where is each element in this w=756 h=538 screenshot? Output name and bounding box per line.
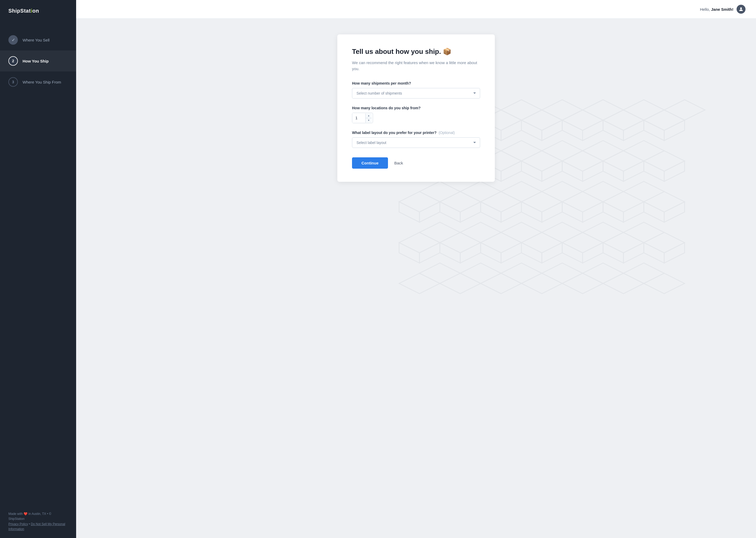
svg-marker-28 (664, 120, 685, 140)
decrement-button[interactable]: ▼ (366, 118, 372, 123)
svg-marker-51 (501, 161, 522, 182)
svg-marker-119 (583, 263, 624, 284)
svg-marker-106 (542, 243, 562, 263)
svg-marker-52 (542, 161, 562, 182)
svg-marker-112 (440, 273, 481, 294)
svg-marker-108 (624, 243, 644, 263)
sidebar-item-label-where-you-ship-from: Where You Ship From (23, 80, 61, 84)
header-user: Hello, Jane Smith! (700, 5, 745, 14)
svg-marker-57 (419, 181, 460, 202)
svg-marker-95 (644, 233, 685, 253)
svg-marker-82 (664, 202, 685, 222)
svg-marker-109 (664, 243, 685, 263)
svg-marker-91 (562, 233, 603, 253)
svg-marker-117 (542, 263, 583, 284)
svg-marker-71 (481, 202, 501, 222)
svg-marker-116 (521, 273, 562, 294)
svg-marker-48 (644, 161, 664, 182)
svg-marker-81 (624, 202, 644, 222)
svg-point-0 (740, 7, 742, 9)
svg-marker-121 (624, 263, 664, 284)
continue-button[interactable]: Continue (352, 157, 388, 169)
svg-marker-38 (583, 140, 624, 161)
privacy-policy-link[interactable]: Privacy Policy (8, 522, 28, 526)
svg-marker-104 (460, 243, 481, 263)
heart-icon: ❤️ (24, 512, 27, 516)
svg-marker-107 (583, 243, 603, 263)
svg-marker-118 (562, 273, 603, 294)
svg-marker-46 (562, 161, 583, 182)
back-button[interactable]: Back (394, 161, 403, 165)
svg-marker-97 (440, 243, 460, 263)
sidebar-footer: Made with ❤️ in Austin, TX • © ShipStati… (0, 505, 76, 538)
svg-marker-90 (542, 222, 583, 243)
svg-marker-61 (501, 181, 542, 202)
sidebar-item-where-you-sell[interactable]: Where You Sell (0, 29, 76, 50)
svg-marker-100 (562, 243, 583, 263)
svg-marker-99 (521, 243, 542, 263)
avatar[interactable] (736, 5, 745, 14)
svg-marker-73 (562, 202, 583, 222)
svg-marker-7 (521, 110, 562, 130)
label-optional: (Optional) (439, 131, 455, 135)
svg-marker-45 (521, 161, 542, 182)
sidebar-item-how-you-ship[interactable]: 2 How You Ship (0, 50, 76, 72)
svg-marker-78 (501, 202, 522, 222)
svg-marker-66 (603, 191, 644, 212)
svg-marker-60 (481, 191, 521, 212)
svg-marker-86 (460, 222, 501, 243)
svg-marker-93 (603, 233, 644, 253)
svg-marker-75 (644, 202, 664, 222)
step-circle-completed (8, 35, 18, 45)
sidebar-item-label-how-you-ship: How You Ship (23, 59, 49, 63)
svg-marker-24 (501, 120, 522, 140)
svg-marker-39 (603, 151, 644, 171)
locations-label: How many locations do you ship from? (352, 106, 480, 110)
locations-group: How many locations do you ship from? ▲ ▼ (352, 106, 480, 123)
svg-marker-88 (501, 222, 542, 243)
shipments-select[interactable]: Select number of shipments 1–50 51–100 1… (352, 88, 480, 98)
logo-text: ShipStation (8, 8, 39, 14)
svg-marker-41 (644, 151, 685, 171)
step-circle-pending: 3 (8, 77, 18, 87)
svg-marker-101 (603, 243, 624, 263)
svg-marker-35 (521, 151, 562, 171)
svg-marker-26 (583, 120, 603, 140)
locations-input-wrapper: ▲ ▼ (352, 113, 373, 123)
svg-marker-12 (624, 100, 664, 120)
svg-marker-67 (624, 181, 664, 202)
svg-marker-76 (419, 202, 440, 222)
svg-marker-9 (562, 110, 603, 130)
svg-marker-13 (644, 110, 685, 130)
form-card: Tell us about how you ship. 📦 We can rec… (337, 34, 495, 182)
card-title: Tell us about how you ship. 📦 (352, 48, 480, 56)
svg-marker-87 (481, 233, 521, 253)
svg-marker-98 (481, 243, 501, 263)
label-layout-group: What label layout do you prefer for your… (352, 131, 480, 148)
logo: ShipStation (0, 0, 76, 22)
svg-marker-20 (603, 120, 624, 140)
steps-nav: Where You Sell 2 How You Ship 3 Where Yo… (0, 29, 76, 505)
svg-marker-74 (603, 202, 624, 222)
label-layout-select[interactable]: Select label layout 4×6 (Thermal) 8.5×11… (352, 137, 480, 148)
svg-marker-111 (419, 263, 460, 284)
content-area: Tell us about how you ship. 📦 We can rec… (76, 19, 756, 538)
step-circle-current: 2 (8, 56, 18, 66)
svg-marker-25 (542, 120, 562, 140)
sidebar-item-where-you-ship-from[interactable]: 3 Where You Ship From (0, 72, 76, 92)
svg-marker-62 (521, 191, 562, 212)
svg-marker-89 (521, 233, 562, 253)
increment-button[interactable]: ▲ (366, 114, 372, 118)
svg-marker-72 (521, 202, 542, 222)
svg-marker-64 (562, 191, 603, 212)
header: Hello, Jane Smith! (76, 0, 756, 19)
svg-marker-84 (419, 222, 460, 243)
svg-marker-58 (440, 191, 481, 212)
svg-marker-56 (399, 191, 440, 212)
svg-marker-47 (603, 161, 624, 182)
form-actions: Continue Back (352, 157, 480, 169)
svg-marker-53 (583, 161, 603, 182)
locations-input[interactable] (352, 113, 365, 123)
svg-marker-94 (624, 222, 664, 243)
footer-links: Privacy Policy • Do Not Sell My Personal… (8, 522, 68, 532)
